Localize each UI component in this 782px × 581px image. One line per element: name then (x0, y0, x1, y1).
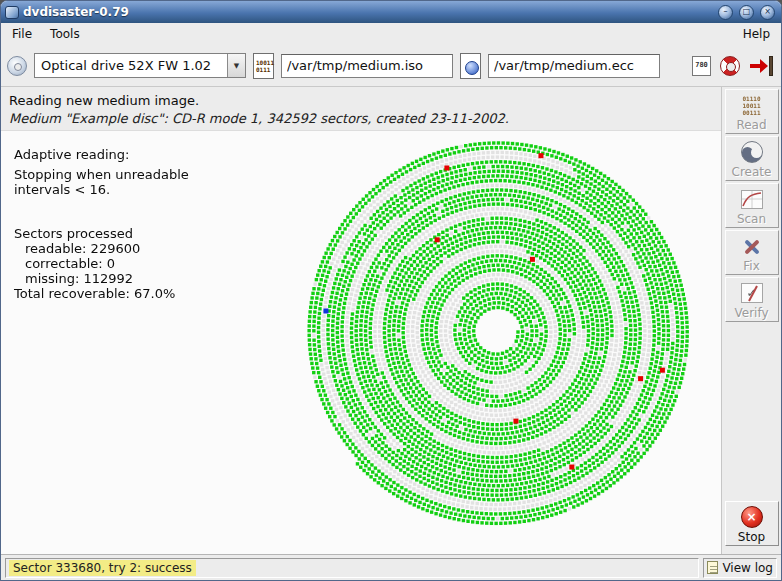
device-select-dropdown-button[interactable]: ▼ (227, 54, 245, 77)
stop-button[interactable]: × Stop (725, 501, 779, 546)
reading-stats: Adaptive reading: Stopping when unreadab… (14, 147, 189, 301)
view-log-icon (707, 561, 718, 574)
main-panel: Adaptive reading: Stopping when unreadab… (1, 131, 721, 554)
create-yinyang-icon (741, 141, 763, 163)
iso-file-icon (253, 53, 274, 79)
stop-icon: × (741, 506, 763, 528)
fix-tools-icon (741, 235, 763, 257)
maximize-icon: □ (743, 8, 751, 16)
scan-button[interactable]: Scan (725, 183, 779, 228)
minimize-icon: – (724, 8, 728, 16)
preferences-button[interactable] (692, 56, 711, 76)
menu-tools[interactable]: Tools (41, 24, 89, 44)
menu-file[interactable]: File (3, 24, 41, 44)
dvdisaster-window: dvdisaster-0.79 – □ × File Tools Help Op… (0, 0, 782, 581)
quit-door-icon (769, 56, 773, 76)
chevron-down-icon: ▼ (234, 62, 239, 70)
sectors-correctable: correctable: 0 (14, 256, 189, 271)
window-icon (5, 6, 19, 19)
quit-arrow-icon (750, 64, 760, 68)
maximize-button[interactable]: □ (739, 5, 754, 20)
view-log-button[interactable]: View log (703, 558, 777, 578)
create-button[interactable]: Create (725, 136, 779, 181)
content-row: Reading new medium image. Medium "Exampl… (1, 87, 781, 554)
window-controls: – □ × (718, 5, 777, 20)
read-binary-icon (742, 92, 760, 118)
medium-info: Medium "Example disc": CD-R mode 1, 3425… (9, 110, 721, 128)
read-button[interactable]: Read (725, 89, 779, 134)
sectors-missing: missing: 112992 (14, 271, 189, 286)
drive-icon (7, 56, 27, 76)
iso-path-input[interactable] (281, 54, 453, 78)
scan-chart-icon (741, 190, 763, 209)
close-button[interactable]: × (760, 5, 775, 20)
verify-check-icon: ✓ (741, 283, 763, 303)
fix-button[interactable]: Fix (725, 230, 779, 275)
mode-line1: Stopping when unreadable (14, 167, 189, 182)
sectors-title: Sectors processed (14, 226, 189, 241)
close-icon: × (764, 8, 771, 16)
mode-line2: intervals < 16. (14, 182, 189, 197)
ecc-file-icon (460, 53, 481, 79)
verify-button[interactable]: ✓ Verify (725, 277, 779, 322)
menubar: File Tools Help (1, 23, 781, 45)
device-select[interactable]: Optical drive 52X FW 1.02 ▼ (34, 53, 246, 78)
action-title: Reading new medium image. (9, 92, 721, 110)
quit-button[interactable] (749, 56, 773, 76)
help-life-ring-button[interactable] (720, 56, 740, 76)
statusbar: Sector 333680, try 2: success View log (1, 554, 781, 580)
status-notice: Reading new medium image. Medium "Exampl… (1, 87, 721, 131)
mode-title: Adaptive reading: (14, 147, 189, 162)
toolbar: Optical drive 52X FW 1.02 ▼ (1, 45, 781, 87)
total-recoverable: Total recoverable: 67.0% (14, 286, 189, 301)
device-select-value: Optical drive 52X FW 1.02 (35, 54, 227, 77)
status-message: Sector 333680, try 2: success (9, 560, 196, 576)
ecc-path-input[interactable] (488, 54, 660, 78)
left-column: Reading new medium image. Medium "Exampl… (1, 87, 721, 554)
titlebar[interactable]: dvdisaster-0.79 – □ × (1, 1, 781, 23)
window-title: dvdisaster-0.79 (23, 5, 714, 19)
menu-help[interactable]: Help (734, 24, 779, 44)
action-sidebar: Read Create Scan Fix (721, 87, 781, 554)
toolbar-right-group (692, 56, 775, 76)
minimize-button[interactable]: – (718, 5, 733, 20)
status-message-area: Sector 333680, try 2: success (5, 558, 699, 578)
sectors-readable: readable: 229600 (14, 241, 189, 256)
